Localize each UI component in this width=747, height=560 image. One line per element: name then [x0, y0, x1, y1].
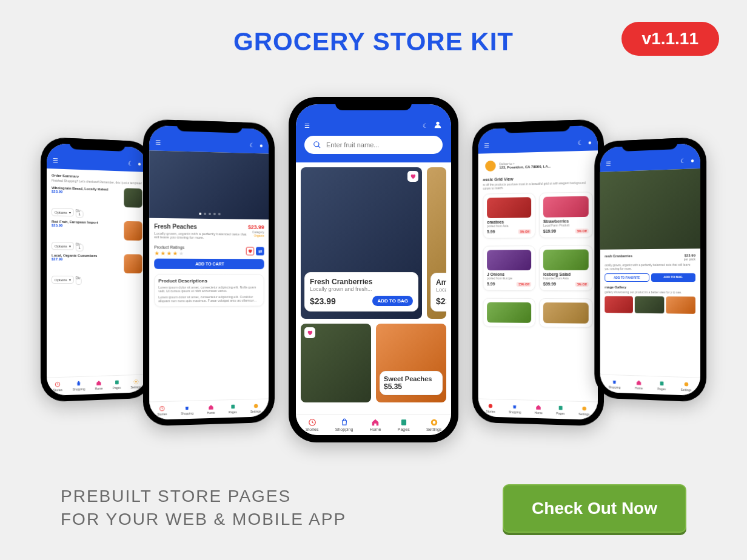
checkout-cta-button[interactable]: Check Out Now	[503, 484, 686, 533]
product-tile[interactable]: StrawberriesLocal Farm Product$19.995% O…	[539, 192, 593, 238]
moon-icon[interactable]: ☾	[578, 139, 583, 146]
phone-product-page: ☰☾● resh Cranberries$23.99per pack ocall…	[594, 137, 706, 402]
item-price: $27.99	[52, 257, 122, 261]
menu-icon[interactable]: ☰	[53, 157, 58, 164]
gallery-thumb[interactable]	[605, 296, 633, 313]
star-rating	[154, 250, 184, 256]
product-name: Fresh Cranberries	[310, 278, 413, 286]
options-select[interactable]: Options ▾	[52, 242, 73, 250]
phone-stage: ☰☾● Order Summary Finished Shopping? Let…	[40, 91, 707, 467]
nav-shopping[interactable]: Shopping	[73, 381, 85, 392]
nav-pages[interactable]: Pages	[398, 418, 410, 432]
moon-icon[interactable]: ☾	[128, 160, 133, 167]
product-tile[interactable]: omatoesported from Asia5.995% Off	[483, 193, 535, 239]
nav-settings[interactable]: Settings	[426, 418, 441, 432]
gallery-sub: gallery showcasing our product in a bett…	[605, 290, 695, 295]
menu-icon[interactable]: ☰	[155, 139, 161, 145]
menu-icon[interactable]: ☰	[606, 161, 611, 167]
share-icon[interactable]: ⇄	[256, 247, 264, 256]
nav-home[interactable]: Home	[207, 404, 215, 415]
search-icon	[313, 141, 321, 149]
menu-icon[interactable]: ☰	[484, 142, 489, 148]
phone-order-summary: ☰☾● Order Summary Finished Shopping? Let…	[41, 137, 153, 402]
user-icon[interactable]	[433, 120, 443, 131]
nav-stories[interactable]: Stories	[158, 405, 167, 416]
ratings-label: Product Ratings	[154, 245, 184, 249]
moon-icon[interactable]: ☾	[680, 158, 686, 164]
nav-home[interactable]: Home	[635, 379, 643, 390]
nav-shopping[interactable]: Shopping	[181, 405, 193, 416]
product-tile[interactable]	[483, 298, 535, 327]
nav-stories[interactable]: Stories	[306, 418, 319, 432]
phone-grid-view: ☰☾● Deliver to >123, Poseidon, CA 78000,…	[472, 119, 604, 426]
product-tile[interactable]: J Onionsported from Europe5.9915% Off	[483, 245, 535, 291]
add-to-cart-button[interactable]: ADD TO CART	[154, 259, 264, 270]
product-image[interactable]	[301, 324, 371, 402]
product-hero-image	[600, 168, 700, 250]
price-unit: per pack	[684, 257, 695, 261]
qty-input[interactable]: 1	[75, 210, 83, 218]
gallery-thumb[interactable]	[666, 296, 695, 314]
nav-shopping[interactable]: Shopping	[509, 404, 521, 414]
product-price: $23	[436, 296, 446, 306]
add-to-bag-button[interactable]: ADD TO BAG	[651, 273, 695, 282]
item-price: $25.99	[52, 224, 122, 228]
nav-pages[interactable]: Pages	[657, 380, 666, 391]
moon-icon[interactable]: ☾	[423, 122, 428, 129]
user-icon[interactable]: ●	[138, 161, 141, 167]
nav-settings[interactable]: Settings	[250, 403, 261, 413]
favorite-button[interactable]	[304, 327, 315, 338]
nav-home[interactable]: Home	[370, 418, 381, 432]
phone-product-detail: ☰☾● Fresh Peaches Locally grown, organic…	[143, 119, 275, 426]
nav-pages[interactable]: Pages	[229, 404, 237, 414]
discount-badge: 15% Off	[517, 282, 531, 287]
nav-shopping[interactable]: Shopping	[608, 379, 620, 390]
nav-stories[interactable]: Stories	[53, 381, 62, 392]
discount-badge: 5% Off	[518, 229, 531, 234]
user-icon[interactable]: ●	[588, 139, 592, 145]
product-tile[interactable]: Iceberg SaladImported from Asia$99.995% …	[539, 245, 593, 291]
product-name: Fresh Peaches	[154, 223, 248, 231]
product-image[interactable]: Fresh Cranberries Locally grown and fres…	[301, 167, 422, 319]
nav-home[interactable]: Home	[535, 404, 543, 415]
qty-input[interactable]: 1	[75, 244, 83, 252]
product-price: $5.35	[384, 382, 402, 391]
product-image[interactable]: Sweet Peaches $5.35	[376, 324, 446, 402]
nav-settings[interactable]: Settings	[130, 379, 141, 389]
nav-pages[interactable]: Pages	[113, 379, 121, 390]
product-thumb	[487, 197, 531, 218]
product-price: $23.99	[310, 296, 336, 306]
search-input[interactable]	[326, 141, 434, 148]
product-tile[interactable]	[539, 298, 593, 328]
gallery-thumb[interactable]	[635, 296, 664, 313]
delivery-address[interactable]: Deliver to >123, Poseidon, CA 78000, LA.…	[483, 156, 592, 174]
product-price: $23.99	[248, 224, 264, 230]
add-favorite-button[interactable]: ADD TO FAVORITE	[605, 273, 649, 282]
svg-point-13	[684, 382, 688, 387]
product-image[interactable]: Amer Locall $23	[427, 167, 446, 319]
nav-settings[interactable]: Settings	[578, 405, 589, 416]
svg-rect-1	[115, 380, 119, 384]
add-to-bag-button[interactable]: ADD TO BAG	[372, 296, 413, 306]
bottom-nav: Stories Shopping Home Pages Settings	[478, 398, 598, 420]
product-desc: Locally grown, organic with a perfectly …	[154, 232, 248, 239]
favorite-button[interactable]	[407, 171, 418, 182]
menu-icon[interactable]: ☰	[304, 122, 310, 129]
nav-stories[interactable]: Stories	[486, 403, 495, 413]
qty-input[interactable]	[75, 278, 81, 285]
bottom-nav: Stories Shopping Home Pages Settings	[296, 414, 451, 435]
carousel-dots[interactable]	[199, 213, 220, 215]
user-icon[interactable]: ●	[691, 157, 694, 164]
nav-shopping[interactable]: Shopping	[335, 418, 353, 432]
phone-search: ☰☾ Fresh Cranberries Locally grown and f…	[289, 97, 458, 442]
search-input-wrap[interactable]	[304, 136, 443, 154]
nav-pages[interactable]: Pages	[556, 405, 564, 415]
options-select[interactable]: Options ▾	[52, 208, 73, 216]
moon-icon[interactable]: ☾	[249, 142, 255, 148]
options-select[interactable]: Options ▾	[52, 276, 73, 284]
nav-settings[interactable]: Settings	[681, 381, 692, 392]
svg-point-11	[582, 407, 586, 411]
user-icon[interactable]: ●	[260, 142, 263, 148]
heart-icon[interactable]	[246, 247, 255, 255]
nav-home[interactable]: Home	[95, 380, 103, 390]
